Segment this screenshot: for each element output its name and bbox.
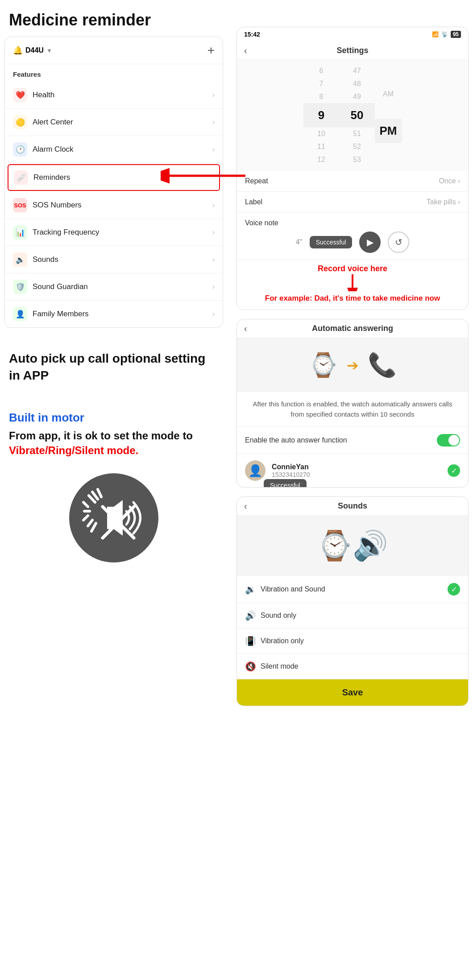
auto-title: Automatic answering <box>312 324 393 333</box>
settings-title: Settings <box>336 46 368 55</box>
ampm-picker[interactable]: AM PM <box>375 88 402 143</box>
sound-only-icon: 🔊 <box>245 610 256 621</box>
sound-option-vib-sound[interactable]: 🔉 Vibration and Sound ✓ <box>237 576 468 603</box>
sos-icon: SOS <box>13 198 27 212</box>
vibrate-sound-svg <box>78 482 149 554</box>
repeat-value: Once › <box>439 177 460 185</box>
chevron-icon: › <box>212 118 215 126</box>
example-label: For example: Dad, it's time to take medi… <box>237 291 468 308</box>
hour-9-selected: 9 <box>303 103 339 128</box>
status-time: 15:42 <box>244 31 260 38</box>
sidebar-item-alert[interactable]: 🟡 Alert Center › <box>5 109 223 136</box>
sidebar-item-guardian[interactable]: 🛡️ Sound Guardian › <box>5 273 223 301</box>
sidebar-item-tracking[interactable]: 📊 Tracking Frequency › <box>5 219 223 246</box>
sidebar-item-health[interactable]: ❤️ Health › <box>5 82 223 109</box>
sound-option-silent[interactable]: 🔇 Silent mode <box>237 654 468 679</box>
duration-label: 4'' <box>296 238 303 246</box>
sounds-label: Sounds <box>33 255 58 264</box>
health-label: Health <box>33 91 54 99</box>
signal-icon: 📶 <box>432 31 439 37</box>
hour-7: 7 <box>319 78 324 91</box>
sounds-screen: ‹ Sounds ⌚🔊 🔉 Vibration and Sound ✓ 🔊 So… <box>236 496 469 706</box>
min-48: 48 <box>353 78 361 91</box>
chevron-icon: › <box>212 201 215 209</box>
repeat-row[interactable]: Repeat Once › <box>237 171 468 192</box>
sound-option-sound-only[interactable]: 🔊 Sound only <box>237 603 468 629</box>
sidebar-item-sos[interactable]: SOS SOS Numbers › <box>5 192 223 219</box>
auto-answering-screen: ‹ Automatic answering ⌚ ➔ 📞 After this f… <box>236 319 469 488</box>
chevron-icon: › <box>212 310 215 318</box>
alarm-icon: 🕐 <box>13 142 27 157</box>
red-arrow-svg <box>161 162 250 189</box>
chevron-icon: › <box>212 145 215 153</box>
vib-sound-check: ✓ <box>448 583 460 595</box>
health-icon: ❤️ <box>13 88 27 102</box>
svg-line-3 <box>88 520 92 526</box>
family-label: Family Members <box>33 310 89 318</box>
hour-11: 11 <box>317 141 325 153</box>
vibrate-icon-circle <box>69 473 158 562</box>
record-annotation: Record voice here For example: Dad, it's… <box>237 260 468 310</box>
svg-line-4 <box>91 523 96 531</box>
hour-8: 8 <box>319 91 324 103</box>
voice-note-area: Voice note 4'' Successful ▶ ↺ <box>237 213 468 260</box>
auto-back-button[interactable]: ‹ <box>244 323 247 334</box>
min-47: 47 <box>353 65 361 78</box>
toggle-row[interactable]: Enable the auto answer function <box>237 427 468 454</box>
replay-button[interactable]: ↺ <box>388 232 409 253</box>
phone-icon: 📞 <box>368 351 397 379</box>
toggle-thumb <box>448 435 459 446</box>
sidebar-item-sounds[interactable]: 🔈 Sounds › <box>5 246 223 273</box>
tracking-icon: 📊 <box>13 225 27 240</box>
svg-line-2 <box>83 516 88 520</box>
add-button[interactable]: + <box>207 43 215 58</box>
auto-pickup-block: Auto pick up call optional setting in AP… <box>0 328 228 393</box>
contact-phone: 15323410270 <box>272 471 441 478</box>
contact-row: 👤 ConnieYan 15323410270 ✓ Successful <box>237 454 468 487</box>
sound-option-vib-only[interactable]: 📳 Vibration only <box>237 629 468 654</box>
status-bar: 15:42 📶 📡 95 <box>237 27 468 41</box>
vib-sound-label: Vibration and Sound <box>261 585 325 593</box>
silent-label: Silent mode <box>261 662 299 670</box>
guardian-label: Sound Guardian <box>33 282 88 291</box>
svg-line-5 <box>89 496 95 502</box>
save-button[interactable]: Save <box>237 679 468 706</box>
page-title: Medicine reminder <box>0 0 228 37</box>
guardian-icon: 🛡️ <box>13 280 27 294</box>
hour-10: 10 <box>317 128 325 141</box>
svg-line-0 <box>83 502 88 507</box>
battery-indicator: 95 <box>451 31 461 38</box>
chevron-icon: › <box>212 256 215 264</box>
auto-desc: After this function is enabled, the watc… <box>237 392 468 427</box>
settings-screen: 15:42 📶 📡 95 ‹ Settings 6 7 8 9 10 11 12 <box>236 27 469 310</box>
wifi-icon: 📡 <box>441 31 448 37</box>
label-row[interactable]: Label Take pills › <box>237 192 468 213</box>
back-button[interactable]: ‹ <box>244 45 247 56</box>
vib-sound-icon: 🔉 <box>245 584 256 595</box>
label-label: Label <box>245 198 262 206</box>
time-picker[interactable]: 6 7 8 9 10 11 12 47 48 49 50 51 52 53 AM… <box>237 60 468 171</box>
alarm-label: Alarm Clock <box>33 145 74 154</box>
alert-label: Alert Center <box>33 118 73 127</box>
sidebar-item-family[interactable]: 👤 Family Members › <box>5 301 223 327</box>
avatar: 👤 <box>245 460 266 481</box>
auto-pickup-text: Auto pick up call optional setting in AP… <box>9 350 219 384</box>
pm-selected: PM <box>375 119 402 143</box>
tracking-label: Tracking Frequency <box>33 228 100 237</box>
sidebar-item-alarm[interactable]: 🕐 Alarm Clock › <box>5 136 223 163</box>
built-in-motor-label: Built in motor <box>9 411 219 425</box>
device-name: 🔔 D44U ▼ <box>13 45 52 55</box>
sounds-back-button[interactable]: ‹ <box>244 501 247 511</box>
hour-picker[interactable]: 6 7 8 9 10 11 12 <box>303 65 339 166</box>
sounds-icon: 🔈 <box>13 252 27 267</box>
play-button[interactable]: ▶ <box>359 232 381 253</box>
minute-picker[interactable]: 47 48 49 50 51 52 53 <box>339 65 375 166</box>
toggle-switch[interactable] <box>437 434 460 447</box>
sos-label: SOS Numbers <box>33 201 82 210</box>
check-icon: ✓ <box>448 464 460 477</box>
vib-only-icon: 📳 <box>245 636 256 646</box>
panel-header: 🔔 D44U ▼ + <box>5 37 223 64</box>
record-voice-label: Record voice here <box>237 261 468 273</box>
auto-illustration: ⌚ ➔ 📞 <box>237 338 468 392</box>
am-option: AM <box>383 88 394 101</box>
